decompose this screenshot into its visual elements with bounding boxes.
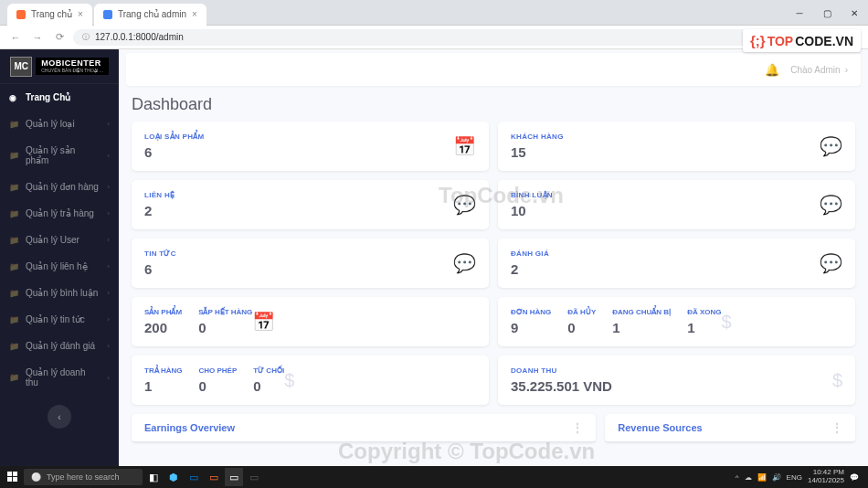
notifications-icon[interactable]: 🔔 [765,63,779,77]
metric-value: 200 [144,320,182,335]
back-button[interactable]: ← [7,29,24,46]
tray-cloud-icon[interactable]: ☁ [745,473,752,482]
taskbar-search[interactable]: ⚪ Type here to search [24,469,143,485]
metric-label: TRẢ HÀNG [144,366,182,375]
logo-mark: MC [10,57,32,77]
card-label: LOẠI SẢN PHẨM [144,133,453,141]
card-value: 15 [511,144,820,160]
sidebar-item[interactable]: 📁Quản lý sản phẩm› [0,137,119,174]
card-value: 2 [511,261,820,277]
tray-wifi-icon[interactable]: 📶 [757,473,767,482]
metric-label: ĐƠN HÀNG [511,308,551,316]
panel-menu-icon[interactable]: ⋮ [831,421,842,434]
tray-lang-icon[interactable]: ENG [787,473,802,482]
stat-card: SẢN PHẨM200SẮP HẾT HÀNG0📅 [132,297,489,346]
sidebar-item-label: Trang Chủ [26,92,70,102]
user-menu[interactable]: Chào Admin › [790,65,848,75]
start-button[interactable] [4,468,22,486]
logo-brand: MOBICENTER CHUYÊN BÁN ĐIỆN THOẠI ... [36,58,109,75]
tab-close-icon[interactable]: × [78,9,83,19]
sidebar-item[interactable]: 📁Quản lý doanh thu› [0,359,119,396]
sidebar-item[interactable]: 📁Quản lý User› [0,227,119,253]
taskbar-app-icon[interactable]: ▭ [205,468,223,486]
reload-button[interactable]: ⟳ [51,29,68,46]
sidebar-logo[interactable]: MC MOBICENTER CHUYÊN BÁN ĐIỆN THOẠI ... [0,49,119,84]
earnings-panel: Earnings Overview ⋮ [132,414,596,442]
sidebar-item[interactable]: 📁Quản lý loại› [0,111,119,137]
taskbar-app-icon[interactable]: ▭ [185,468,203,486]
svg-rect-1 [13,472,17,476]
task-view-icon[interactable]: ◧ [144,468,163,486]
stat-card: LOẠI SẢN PHẨM6📅 [132,122,489,171]
folder-icon: 📁 [9,183,18,192]
tray-notification-icon[interactable]: 💬 [850,473,859,482]
folder-icon: 📁 [9,315,18,324]
sidebar-item[interactable]: 📁Quản lý trả hàng› [0,200,119,227]
sidebar-item[interactable]: ◉Trang Chủ [0,84,119,111]
sidebar-item[interactable]: 📁Quản lý tin tức› [0,306,119,333]
sidebar-item[interactable]: 📁Quản lý liên hệ› [0,253,119,280]
panel-menu-icon[interactable]: ⋮ [572,421,583,434]
sidebar-item[interactable]: 📁Quản lý đánh giá› [0,333,119,359]
url-text: 127.0.0.1:8000/admin [95,32,184,42]
taskbar-app-icon[interactable]: ▭ [225,468,243,486]
topcode-watermark-badge: {;} TOPCODE.VN [743,29,861,52]
metric-label: SẮP HẾT HÀNG [198,308,252,316]
tray-volume-icon[interactable]: 🔊 [772,473,781,482]
stat-card: TRẢ HÀNG1CHO PHÉP0TỪ CHỐI0$ [132,355,489,405]
stat-card: LIÊN HỆ2💬 [132,180,489,229]
sidebar-item-label: Quản lý đánh giá [26,341,95,351]
sidebar-item-label: Quản lý doanh thu [26,367,100,387]
sidebar-item-label: Quản lý đơn hàng [26,182,99,192]
taskbar-app-icon[interactable]: ⬢ [164,468,183,486]
card-label: KHÁCH HÀNG [511,133,820,141]
stat-card: TIN TỨC6💬 [132,239,489,288]
card-value: 10 [511,203,820,218]
browser-tab[interactable]: Trang chủ admin × [94,4,206,26]
topbar: 🔔 Chào Admin › [126,53,861,86]
svg-rect-3 [13,477,17,482]
sidebar-item-label: Quản lý User [26,235,79,245]
sidebar-item-label: Quản lý tin tức [26,314,85,324]
metric-value: 1 [144,378,182,394]
sidebar: MC MOBICENTER CHUYÊN BÁN ĐIỆN THOẠI ... … [0,49,119,466]
tab-close-icon[interactable]: × [192,9,197,19]
comments-icon: 💬 [820,252,842,274]
taskbar-clock[interactable]: 10:42 PM 14/01/2025 [808,469,844,485]
calendar-icon: 📅 [252,311,275,333]
chevron-right-icon: › [107,209,110,217]
comments-icon: 💬 [820,194,842,216]
dollar-icon: $ [721,312,731,333]
folder-icon: 📁 [9,289,18,298]
metric-value: 0 [567,320,596,335]
window-minimize-button[interactable]: ─ [786,0,813,26]
browser-tab[interactable]: Trang chủ × [7,4,92,26]
card-value: 6 [144,261,453,277]
url-input[interactable]: ⓘ 127.0.0.1:8000/admin [73,29,806,46]
card-value: 35.225.501 VND [511,378,832,394]
chevron-right-icon: › [107,120,110,128]
content-area: Dashboard LOẠI SẢN PHẨM6📅KHÁCH HÀNG15💬LI… [119,90,868,466]
window-close-button[interactable]: ✕ [841,0,868,26]
metric-label: ĐÃ HỦY [567,308,596,316]
folder-icon: 📁 [9,120,18,129]
forward-button[interactable]: → [29,29,46,46]
user-greeting: Chào Admin [790,65,840,75]
window-maximize-button[interactable]: ▢ [813,0,841,26]
sidebar-item-label: Quản lý loại [26,119,75,129]
chevron-right-icon: › [107,262,110,271]
tray-chevron-icon[interactable]: ^ [736,473,739,482]
card-label: ĐÁNH GIÁ [511,249,820,258]
sidebar-item[interactable]: 📁Quản lý đơn hàng› [0,174,119,200]
sidebar-collapse-button[interactable]: ‹ [48,405,71,429]
sidebar-item[interactable]: 📁Quản lý bình luận› [0,280,119,306]
metric-label: CHO PHÉP [198,366,237,375]
metric-label: TỪ CHỐI [253,366,284,375]
dollar-icon: $ [832,370,842,391]
folder-icon: 📁 [9,373,18,382]
taskbar-app-icon[interactable]: ▭ [245,468,263,486]
calendar-icon: 📅 [453,135,476,157]
metric-label: ĐANG CHUẨN BỊ [612,308,671,316]
card-label: TIN TỨC [144,249,453,258]
folder-icon: 📁 [9,209,18,218]
